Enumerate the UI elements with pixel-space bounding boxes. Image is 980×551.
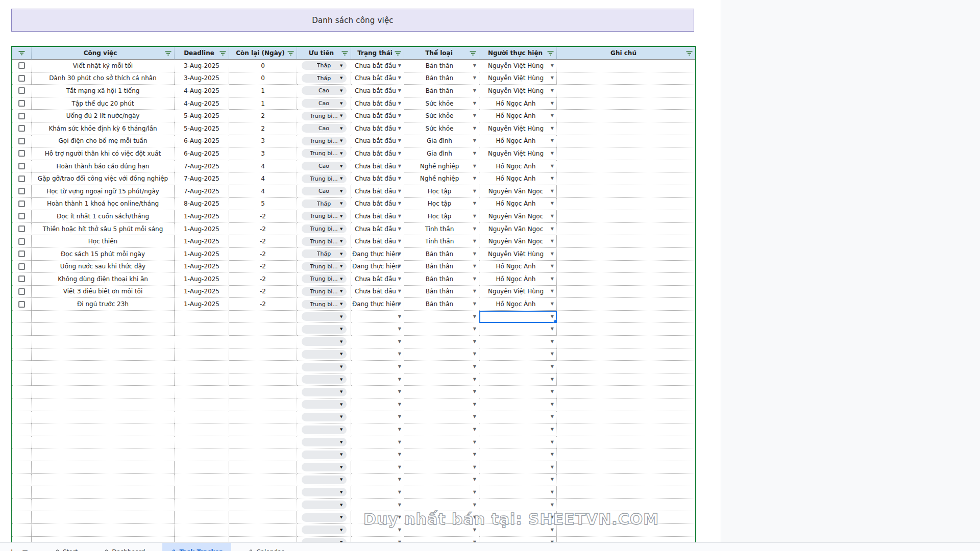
priority-cell[interactable]: ▼ bbox=[297, 524, 351, 537]
select-cell[interactable] bbox=[12, 486, 32, 499]
chevron-down-icon[interactable]: ▼ bbox=[473, 465, 476, 469]
status-cell[interactable]: Chưa bắt đầu▼ bbox=[351, 273, 404, 286]
chevron-down-icon[interactable]: ▼ bbox=[398, 164, 401, 168]
chevron-down-icon[interactable]: ▼ bbox=[398, 289, 401, 293]
row-checkbox[interactable] bbox=[18, 125, 25, 132]
remaining-cell[interactable]: 4 bbox=[229, 160, 297, 173]
category-cell[interactable]: ▼ bbox=[404, 448, 479, 461]
select-cell[interactable] bbox=[12, 122, 32, 135]
priority-chip[interactable]: ▼ bbox=[302, 363, 347, 371]
status-cell[interactable]: ▼ bbox=[351, 486, 404, 499]
select-cell[interactable] bbox=[12, 72, 32, 85]
chevron-down-icon[interactable]: ▼ bbox=[473, 453, 476, 457]
task-cell[interactable] bbox=[32, 411, 175, 424]
priority-chip[interactable]: ▼ bbox=[302, 538, 347, 542]
task-cell[interactable] bbox=[32, 323, 175, 336]
deadline-cell[interactable]: 1-Aug-2025 bbox=[175, 261, 229, 273]
chevron-down-icon[interactable]: ▼ bbox=[398, 528, 401, 532]
chevron-down-icon[interactable]: ▼ bbox=[551, 503, 554, 507]
chevron-down-icon[interactable]: ▼ bbox=[473, 239, 476, 243]
assignee-cell[interactable]: Nguyễn Việt Hùng▼ bbox=[479, 147, 557, 160]
task-cell[interactable] bbox=[32, 361, 175, 373]
chevron-down-icon[interactable]: ▼ bbox=[398, 365, 401, 369]
priority-cell[interactable]: Thấp▼ bbox=[297, 198, 351, 211]
chevron-down-icon[interactable]: ▼ bbox=[398, 415, 401, 419]
assignee-cell[interactable]: ▼ bbox=[479, 486, 557, 499]
row-checkbox[interactable] bbox=[18, 213, 25, 219]
remaining-cell[interactable]: -2 bbox=[229, 273, 297, 286]
assignee-cell[interactable]: ▼ bbox=[479, 373, 557, 386]
chevron-down-icon[interactable]: ▼ bbox=[398, 340, 401, 344]
notes-cell[interactable] bbox=[557, 185, 695, 198]
status-cell[interactable]: ▼ bbox=[351, 436, 404, 449]
remaining-cell[interactable] bbox=[229, 348, 297, 361]
chevron-down-icon[interactable]: ▼ bbox=[398, 127, 401, 131]
deadline-cell[interactable] bbox=[175, 436, 229, 449]
chevron-down-icon[interactable]: ▼ bbox=[551, 139, 554, 143]
priority-chip[interactable]: Cao▼ bbox=[302, 124, 347, 133]
notes-cell[interactable] bbox=[557, 361, 695, 373]
chevron-down-icon[interactable]: ▼ bbox=[551, 428, 554, 432]
priority-chip[interactable]: ▼ bbox=[302, 375, 347, 384]
chevron-down-icon[interactable]: ▼ bbox=[551, 64, 554, 68]
assignee-cell[interactable]: ▼ bbox=[479, 499, 557, 512]
remaining-cell[interactable] bbox=[229, 361, 297, 373]
remaining-cell[interactable]: 1 bbox=[229, 85, 297, 97]
priority-cell[interactable]: ▼ bbox=[297, 373, 351, 386]
notes-cell[interactable] bbox=[557, 348, 695, 361]
status-cell[interactable]: Chưa bắt đầu▼ bbox=[351, 97, 404, 110]
priority-cell[interactable]: Trung bì...▼ bbox=[297, 286, 351, 298]
deadline-cell[interactable]: 7-Aug-2025 bbox=[175, 160, 229, 173]
tab-task-tracker[interactable]: Task Tracker bbox=[162, 543, 231, 551]
chevron-down-icon[interactable]: ▼ bbox=[398, 227, 401, 231]
priority-cell[interactable]: Thấp▼ bbox=[297, 72, 351, 85]
remaining-cell[interactable]: 0 bbox=[229, 72, 297, 85]
priority-chip[interactable]: Trung bì...▼ bbox=[302, 224, 347, 233]
select-cell[interactable] bbox=[12, 60, 32, 72]
remaining-cell[interactable] bbox=[229, 311, 297, 323]
filter-icon[interactable] bbox=[18, 50, 26, 57]
task-cell[interactable]: Gặp gỡ/trao đổi công việc với đồng nghiệ… bbox=[32, 172, 175, 185]
assignee-cell[interactable]: ▼ bbox=[479, 423, 557, 436]
chevron-down-icon[interactable]: ▼ bbox=[398, 76, 401, 80]
priority-chip[interactable]: Trung bì...▼ bbox=[302, 212, 347, 220]
select-cell[interactable] bbox=[12, 511, 32, 524]
select-cell[interactable] bbox=[12, 185, 32, 198]
notes-cell[interactable] bbox=[557, 97, 695, 110]
assignee-cell[interactable]: Nguyễn Việt Hùng▼ bbox=[479, 248, 557, 261]
chevron-down-icon[interactable]: ▼ bbox=[473, 528, 476, 532]
category-cell[interactable]: ▼ bbox=[404, 511, 479, 524]
category-cell[interactable]: ▼ bbox=[404, 474, 479, 487]
notes-cell[interactable] bbox=[557, 261, 695, 273]
remaining-cell[interactable] bbox=[229, 461, 297, 474]
notes-cell[interactable] bbox=[557, 511, 695, 524]
remaining-cell[interactable] bbox=[229, 373, 297, 386]
priority-chip[interactable]: ▼ bbox=[302, 337, 347, 346]
chevron-down-icon[interactable]: ▼ bbox=[473, 478, 476, 482]
priority-cell[interactable]: Trung bì...▼ bbox=[297, 235, 351, 248]
notes-cell[interactable] bbox=[557, 386, 695, 398]
chevron-down-icon[interactable]: ▼ bbox=[398, 403, 401, 407]
chevron-down-icon[interactable]: ▼ bbox=[398, 378, 401, 382]
row-checkbox[interactable] bbox=[18, 251, 25, 257]
chevron-down-icon[interactable]: ▼ bbox=[398, 277, 401, 281]
task-cell[interactable]: Đọc ít nhất 1 cuốn sách/tháng bbox=[32, 210, 175, 223]
notes-cell[interactable] bbox=[557, 122, 695, 135]
status-cell[interactable]: Chưa bắt đầu▼ bbox=[351, 60, 404, 72]
category-cell[interactable]: Tinh thần▼ bbox=[404, 223, 479, 236]
assignee-cell[interactable]: Nguyễn Việt Hùng▼ bbox=[479, 85, 557, 97]
priority-cell[interactable]: ▼ bbox=[297, 398, 351, 411]
assignee-cell[interactable]: ▼ bbox=[479, 537, 557, 542]
notes-cell[interactable] bbox=[557, 248, 695, 261]
deadline-cell[interactable] bbox=[175, 336, 229, 348]
assignee-cell[interactable]: ▼ bbox=[479, 348, 557, 361]
notes-cell[interactable] bbox=[557, 60, 695, 72]
select-cell[interactable] bbox=[12, 147, 32, 160]
category-cell[interactable]: Bản thân▼ bbox=[404, 60, 479, 72]
task-cell[interactable] bbox=[32, 474, 175, 487]
category-cell[interactable]: ▼ bbox=[404, 336, 479, 348]
select-cell[interactable] bbox=[12, 436, 32, 449]
task-cell[interactable] bbox=[32, 511, 175, 524]
deadline-cell[interactable] bbox=[175, 398, 229, 411]
task-cell[interactable]: Uống đủ 2 lít nước/ngày bbox=[32, 110, 175, 122]
